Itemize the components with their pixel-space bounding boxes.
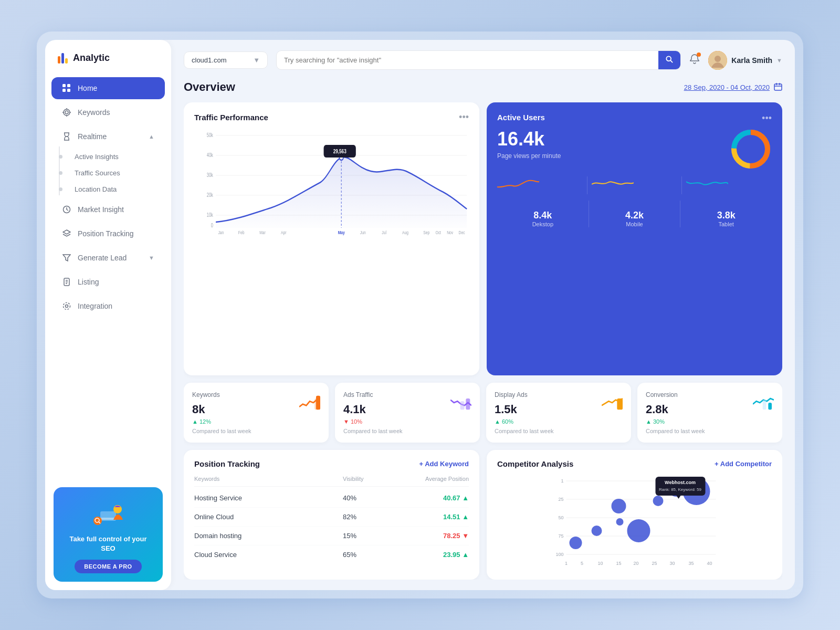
- listing-label: Listing: [78, 278, 99, 286]
- sidebar-item-generate-lead[interactable]: Generate Lead ▼: [51, 247, 165, 269]
- tablet-value: 3.8k: [682, 210, 770, 221]
- visibility-value: 40%: [343, 494, 395, 502]
- header: cloud1.com ▼: [184, 50, 782, 70]
- svg-rect-29: [774, 84, 782, 90]
- svg-rect-68: [617, 398, 623, 410]
- svg-point-90: [570, 537, 582, 549]
- clock-icon: [62, 205, 71, 214]
- metric-value: 8k: [192, 403, 251, 416]
- page-title: Overview: [184, 80, 235, 94]
- metric-mini-chart: [753, 391, 774, 412]
- svg-text:35: 35: [688, 561, 694, 566]
- chevron-up-icon: ▲: [149, 133, 154, 140]
- keyword-name: Domain hosting: [194, 532, 343, 540]
- chevron-down-icon: ▼: [149, 255, 154, 261]
- top-row: Traffic Performance •••: [184, 102, 782, 375]
- pt-table-body: Hosting Service 40% 40.67 ▲ Online Cloud…: [194, 489, 469, 564]
- traffic-card-header: Traffic Performance •••: [194, 112, 469, 123]
- layers-icon: [62, 229, 71, 238]
- metric-card-conversion: Conversion 2.8k ▲ 30% Compared to last w…: [637, 383, 782, 443]
- metric-change: ▲ 12%: [192, 418, 251, 425]
- tablet-sparkline: [686, 176, 772, 194]
- svg-text:10: 10: [597, 561, 603, 566]
- metric-change: ▲ 30%: [646, 418, 705, 425]
- user-menu[interactable]: Karla Smith ▼: [708, 51, 782, 70]
- add-competitor-button[interactable]: + Add Competitor: [715, 460, 772, 468]
- become-pro-button[interactable]: BECOME A PRO: [75, 560, 141, 573]
- svg-text:Oct: Oct: [435, 230, 441, 235]
- svg-text:Rank: 85, Keyword: 59: Rank: 85, Keyword: 59: [659, 487, 701, 492]
- sidebar-item-position-tracking[interactable]: Position Tracking: [51, 223, 165, 245]
- metric-card-keywords: Keywords 8k ▲ 12% Compared to last week: [184, 383, 329, 443]
- metric-footer: Compared to last week: [495, 428, 554, 434]
- sidebar-item-market-insight[interactable]: Market Insight: [51, 198, 165, 220]
- avatar-image: [708, 51, 727, 70]
- date-range-text: 28 Sep, 2020 - 04 Oct, 2020: [684, 83, 770, 91]
- search-input[interactable]: [277, 51, 658, 69]
- desktop-label: Dekstop: [499, 221, 586, 227]
- svg-point-28: [715, 56, 721, 62]
- date-range-selector[interactable]: 28 Sep, 2020 - 04 Oct, 2020: [684, 82, 782, 92]
- avg-col-header: Average Position: [395, 476, 469, 482]
- au-sparklines: [497, 176, 772, 194]
- svg-text:Jan: Jan: [218, 230, 224, 235]
- traffic-menu-icon[interactable]: •••: [459, 112, 469, 123]
- avg-position: 23.95 ▲: [395, 551, 469, 559]
- svg-text:1: 1: [565, 561, 568, 566]
- avg-position: 78.25 ▼: [395, 532, 469, 540]
- metric-mini-chart: [450, 391, 471, 412]
- svg-line-26: [670, 60, 673, 62]
- keywords-label: Keywords: [78, 108, 110, 117]
- metric-label: Keywords: [192, 391, 251, 398]
- au-metrics-row: 8.4k Dekstop 4.2k Mobile 3.8k Tablet: [497, 201, 772, 227]
- main-content: cloud1.com ▼: [171, 40, 795, 590]
- sidebar-item-realtime[interactable]: Realtime ▲: [51, 125, 165, 148]
- au-menu-icon[interactable]: •••: [762, 113, 772, 124]
- traffic-title: Traffic Performance: [194, 113, 268, 122]
- divider-1: [587, 176, 587, 194]
- traffic-sources-label: Traffic Sources: [75, 169, 120, 177]
- search-button[interactable]: [658, 51, 680, 69]
- tablet-spark-svg: [686, 176, 728, 192]
- svg-point-93: [616, 518, 624, 526]
- svg-text:25: 25: [558, 497, 563, 502]
- sidebar-item-listing[interactable]: Listing: [51, 271, 165, 293]
- pt-title: Position Tracking: [194, 459, 260, 468]
- notification-button[interactable]: [689, 54, 700, 67]
- svg-text:Nov: Nov: [447, 230, 453, 235]
- comp-title: Competitor Analysis: [497, 459, 573, 468]
- metric-value: 4.1k: [343, 403, 403, 416]
- svg-point-18: [64, 303, 70, 310]
- sidebar-item-home[interactable]: Home: [51, 77, 165, 99]
- metric-label: Conversion: [646, 391, 705, 398]
- au-subtitle: Page views per minute: [497, 152, 561, 160]
- sidebar-item-location-data[interactable]: Location Data: [68, 181, 171, 197]
- metric-change: ▼ 10%: [343, 418, 403, 425]
- svg-rect-3: [67, 89, 70, 92]
- add-keyword-button[interactable]: + Add Keyword: [419, 460, 469, 468]
- sidebar-item-integration[interactable]: Integration: [51, 295, 165, 317]
- svg-text:Mar: Mar: [259, 230, 266, 235]
- metric-change: ▲ 60%: [495, 418, 554, 425]
- comp-chart-svg: 1 25 50 75 100 1 5 10 15: [497, 476, 772, 570]
- domain-selector[interactable]: cloud1.com ▼: [184, 51, 268, 69]
- domain-chevron-icon: ▼: [253, 56, 260, 64]
- svg-text:Apr: Apr: [281, 230, 287, 235]
- svg-point-5: [65, 111, 68, 114]
- svg-text:25: 25: [652, 561, 657, 566]
- search-icon: [666, 56, 673, 63]
- au-title: Active Users: [497, 113, 545, 122]
- sidebar-item-keywords[interactable]: Keywords: [51, 101, 165, 123]
- left-column: Traffic Performance •••: [184, 102, 782, 580]
- sidebar-item-traffic-sources[interactable]: Traffic Sources: [68, 165, 171, 181]
- sidebar: Analytic Home: [45, 40, 171, 590]
- inner-frame: Analytic Home: [45, 40, 795, 590]
- metric-value: 1.5k: [495, 403, 554, 416]
- calendar-icon: [774, 82, 782, 92]
- svg-text:50: 50: [558, 515, 563, 520]
- svg-rect-65: [316, 396, 320, 410]
- metric-mini-chart: [299, 391, 320, 412]
- svg-text:75: 75: [558, 533, 563, 539]
- svg-text:50k: 50k: [207, 132, 214, 138]
- sidebar-item-active-insights[interactable]: Active Insights: [68, 149, 171, 165]
